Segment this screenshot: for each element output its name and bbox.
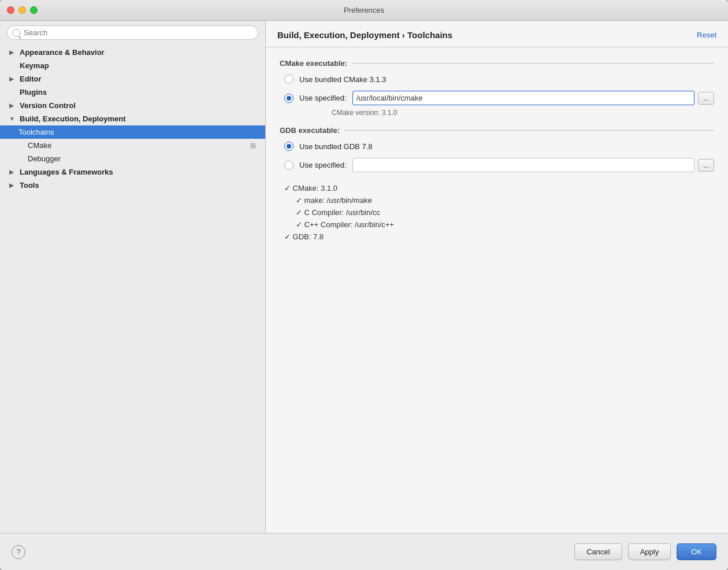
sidebar-item-version-control[interactable]: ▶ Version Control: [0, 99, 265, 112]
gdb-option1-row: Use bundled GDB 7.8: [280, 142, 714, 151]
cmake-path-input[interactable]: [352, 91, 694, 105]
sidebar-item-label: Plugins: [20, 88, 47, 97]
sidebar-item-label: Version Control: [20, 101, 76, 110]
breadcrumb-current: Toolchains: [407, 30, 452, 40]
check-item-text: ✓ C Compiler: /usr/bin/cc: [296, 208, 380, 217]
gdb-radio2[interactable]: [284, 161, 294, 170]
cmake-option1-row: Use bundled CMake 3.1.3: [280, 75, 714, 84]
sidebar-item-label: Build, Execution, Deployment: [20, 114, 125, 123]
radio-inner: [287, 96, 291, 101]
check-item-text: ✓ C++ Compiler: /usr/bin/c++: [296, 220, 394, 229]
radio-inner: [287, 144, 291, 149]
sidebar-item-label: Tools: [20, 181, 39, 190]
chevron-icon: ▶: [9, 76, 16, 82]
search-box[interactable]: [7, 25, 258, 40]
cancel-button[interactable]: Cancel: [574, 543, 622, 560]
reset-button[interactable]: Reset: [697, 31, 716, 39]
chevron-down-icon: ▼: [9, 116, 16, 122]
check-item-gdb: ✓ GDB: 7.8: [284, 232, 714, 241]
ok-button[interactable]: OK: [677, 543, 716, 560]
preferences-window: Preferences ▶ Appearance & Behavior Keym…: [0, 0, 728, 570]
sidebar-item-languages-frameworks[interactable]: ▶ Languages & Frameworks: [0, 165, 265, 179]
sidebar-item-label: Keymap: [20, 61, 49, 70]
check-item-cpp: ✓ C++ Compiler: /usr/bin/c++: [284, 220, 714, 229]
sidebar-item-label: Toolchains: [18, 128, 54, 136]
gdb-section-divider: [344, 130, 714, 131]
main-content: ▶ Appearance & Behavior Keymap ▶ Editor …: [0, 21, 728, 533]
check-item-cmake: ✓ CMake: 3.1.0: [284, 184, 714, 193]
maximize-button[interactable]: [30, 6, 38, 14]
gdb-option1-label: Use bundled GDB 7.8: [299, 142, 372, 151]
cmake-option1-label: Use bundled CMake 3.1.3: [299, 75, 386, 84]
right-panel: Build, Execution, Deployment › Toolchain…: [266, 21, 728, 533]
help-button[interactable]: ?: [12, 545, 25, 559]
sidebar-item-tools[interactable]: ▶ Tools: [0, 179, 265, 192]
footer: ? Cancel Apply OK: [0, 533, 728, 570]
sidebar-item-editor[interactable]: ▶ Editor: [0, 72, 265, 86]
check-item-text: ✓ CMake: 3.1.0: [284, 184, 337, 193]
panel-title: Build, Execution, Deployment › Toolchain…: [277, 30, 452, 40]
cmake-browse-button[interactable]: ...: [698, 92, 714, 105]
footer-buttons: Cancel Apply OK: [574, 543, 716, 560]
breadcrumb-prefix: Build, Execution, Deployment ›: [277, 30, 407, 40]
cmake-section-label: CMake executable:: [280, 59, 714, 68]
sidebar-item-label: CMake: [28, 141, 51, 150]
sidebar-item-plugins[interactable]: Plugins: [0, 86, 265, 99]
gdb-radio1[interactable]: [284, 142, 294, 151]
gdb-input-row: ...: [352, 158, 714, 172]
cmake-option2-row: Use specified: ...: [280, 91, 714, 105]
sidebar-item-label: Debugger: [28, 154, 61, 163]
sidebar-item-label: Editor: [20, 75, 42, 83]
chevron-icon: ▶: [9, 169, 16, 175]
cmake-input-row: ...: [352, 91, 714, 105]
apply-button[interactable]: Apply: [628, 543, 671, 560]
minimize-button[interactable]: [18, 6, 26, 14]
check-item-text: ✓ GDB: 7.8: [284, 232, 324, 241]
cmake-version-text: CMake version: 3.1.0: [280, 109, 714, 117]
cmake-option2-label: Use specified:: [299, 94, 347, 102]
sidebar-item-cmake[interactable]: CMake ⊞: [0, 139, 265, 152]
copy-icon: ⊞: [250, 142, 256, 150]
traffic-lights: [7, 6, 38, 14]
panel-body: CMake executable: Use bundled CMake 3.1.…: [266, 47, 728, 533]
check-list: ✓ CMake: 3.1.0 ✓ make: /usr/bin/make ✓ C…: [280, 184, 714, 241]
titlebar: Preferences: [0, 0, 728, 21]
sidebar-item-appearance[interactable]: ▶ Appearance & Behavior: [0, 46, 265, 59]
chevron-icon: ▶: [9, 102, 16, 109]
chevron-icon: ▶: [9, 182, 16, 188]
window-title: Preferences: [344, 6, 384, 14]
gdb-option2-label: Use specified:: [299, 161, 347, 169]
gdb-browse-button[interactable]: ...: [698, 159, 714, 172]
sidebar: ▶ Appearance & Behavior Keymap ▶ Editor …: [0, 21, 266, 533]
sidebar-item-label: Languages & Frameworks: [20, 168, 113, 176]
gdb-path-input[interactable]: [352, 158, 694, 172]
sidebar-item-toolchains[interactable]: Toolchains: [0, 125, 265, 139]
search-input[interactable]: [24, 28, 253, 37]
sidebar-item-debugger[interactable]: Debugger: [0, 152, 265, 165]
sidebar-item-keymap[interactable]: Keymap: [0, 59, 265, 72]
sidebar-item-build-execution[interactable]: ▼ Build, Execution, Deployment: [0, 112, 265, 125]
gdb-option2-row: Use specified: ...: [280, 158, 714, 172]
close-button[interactable]: [7, 6, 14, 14]
check-item-text: ✓ make: /usr/bin/make: [296, 196, 372, 205]
cmake-radio2[interactable]: [284, 94, 294, 103]
section-divider: [352, 63, 714, 64]
check-item-make: ✓ make: /usr/bin/make: [284, 196, 714, 205]
gdb-section-label: GDB executable:: [280, 126, 714, 135]
check-item-cc: ✓ C Compiler: /usr/bin/cc: [284, 208, 714, 217]
chevron-icon: ▶: [9, 49, 16, 55]
cmake-radio1[interactable]: [284, 75, 294, 84]
panel-header: Build, Execution, Deployment › Toolchain…: [266, 21, 728, 47]
sidebar-item-label: Appearance & Behavior: [20, 48, 105, 57]
search-icon: [12, 29, 20, 37]
